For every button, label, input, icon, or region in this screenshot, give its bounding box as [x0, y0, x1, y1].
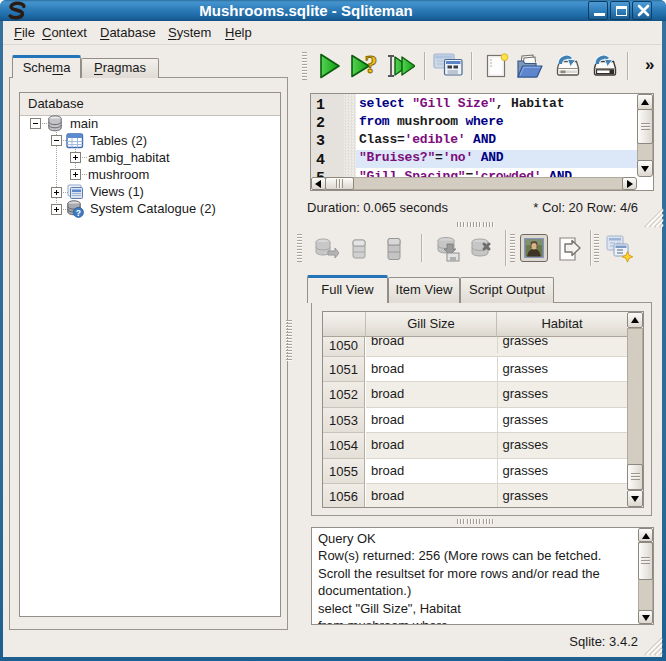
svg-text:?: ?: [76, 208, 81, 218]
svg-text:?: ?: [365, 52, 378, 79]
